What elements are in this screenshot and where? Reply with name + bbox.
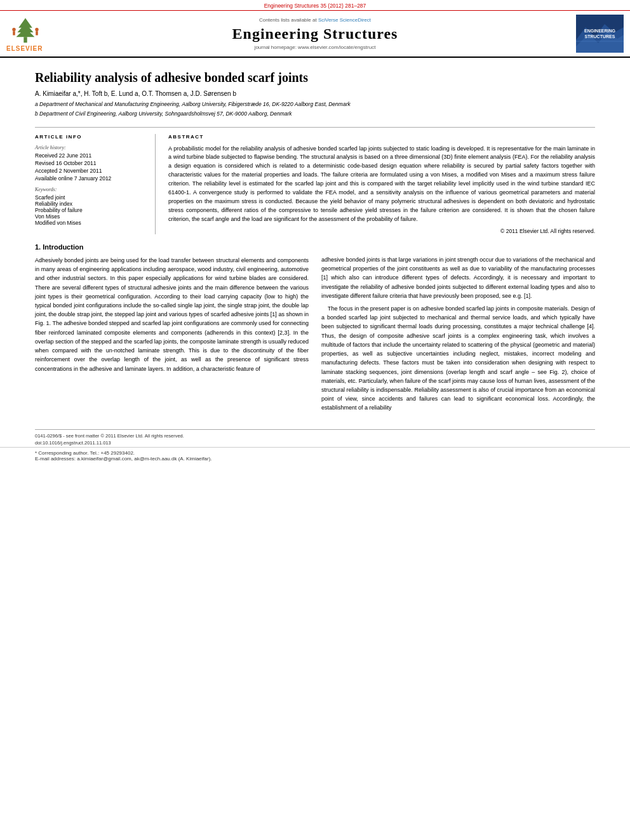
doi-text: doi:10.1016/j.engstruct.2011.11.013 (35, 440, 111, 446)
authors-text: A. Kimiaeifar a,*, H. Toft b, E. Lund a,… (35, 90, 236, 97)
sciverse-line: Contents lists available at SciVerse Sci… (70, 17, 560, 23)
logo-text: ENGINEERINGSTRUCTURES (584, 28, 615, 39)
available-date: Available online 7 January 2012 (35, 175, 147, 182)
journal-banner: ELSEVIER Contents lists available at Sci… (0, 11, 630, 58)
affiliation-b: b Department of Civil Engineering, Aalbo… (35, 110, 595, 118)
keyword-4: Von Mises (35, 213, 147, 220)
elsevier-logo: ELSEVIER (6, 15, 64, 52)
section1-heading: 1. Introduction (35, 243, 309, 251)
article-info-label: ARTICLE INFO (35, 134, 147, 140)
body-left-paragraph-1: Adhesively bonded joints are being used … (35, 256, 309, 373)
abstract-label: ABSTRACT (168, 134, 595, 140)
article-info-column: ARTICLE INFO Article history: Received 2… (35, 134, 156, 234)
footer-doi: doi:10.1016/j.engstruct.2011.11.013 (35, 440, 595, 446)
affiliations: a Department of Mechanical and Manufactu… (35, 100, 595, 118)
body-section: 1. Introduction Adhesively bonded joints… (35, 243, 595, 417)
email-addresses: a.kimiaeifar@gmail.com, ak@m-tech.aau.dk… (77, 456, 211, 462)
svg-point-6 (35, 28, 38, 31)
journal-banner-center: Contents lists available at SciVerse Sci… (70, 17, 560, 50)
journal-title-banner: Engineering Structures (70, 25, 560, 43)
journal-url: journal homepage: www.elsevier.com/locat… (70, 44, 560, 50)
keyword-3: Probability of failure (35, 207, 147, 213)
accepted-date: Accepted 2 November 2011 (35, 168, 147, 174)
authors-line: A. Kimiaeifar a,*, H. Toft b, E. Lund a,… (35, 90, 595, 97)
svg-rect-0 (23, 37, 27, 43)
affiliation-a: a Department of Mechanical and Manufactu… (35, 100, 595, 109)
svg-rect-7 (36, 31, 38, 35)
keywords-label: Keywords: (35, 187, 147, 192)
journal-logo-area: ENGINEERINGSTRUCTURES (566, 15, 624, 53)
revised-date: Revised 16 October 2011 (35, 160, 147, 166)
journal-citation-text: Engineering Structures 35 (2012) 281–287 (264, 3, 366, 9)
sciverse-link[interactable]: SciVerse ScienceDirect (318, 17, 371, 23)
main-content: Reliability analysis of adhesive bonded … (0, 58, 630, 423)
body-right-text: adhesive bonded joints is that large var… (321, 255, 595, 413)
svg-point-4 (12, 28, 15, 31)
elsevier-tree-icon (6, 15, 44, 44)
footnote-section: * Corresponding author. Tel.: +45 292934… (0, 447, 630, 464)
keyword-1: Scarfed joint (35, 194, 147, 201)
copyright-line: © 2011 Elsevier Ltd. All rights reserved… (168, 228, 595, 234)
engineering-structures-logo: ENGINEERINGSTRUCTURES (576, 15, 624, 53)
footer-license: 0141-0296/$ - see front matter © 2011 El… (35, 433, 595, 439)
body-col-left: 1. Introduction Adhesively bonded joints… (35, 243, 309, 417)
journal-citation-header: Engineering Structures 35 (2012) 281–287 (0, 0, 630, 11)
svg-rect-5 (13, 31, 15, 35)
received-date: Received 22 June 2011 (35, 152, 147, 159)
article-info-abstract-section: ARTICLE INFO Article history: Received 2… (35, 127, 595, 234)
elsevier-logo-area: ELSEVIER (6, 15, 64, 52)
keywords-list: Scarfed joint Reliability index Probabil… (35, 194, 147, 226)
abstract-text: A probabilistic model for the reliabilit… (168, 145, 595, 224)
keyword-2: Reliability index (35, 201, 147, 207)
body-left-text: Adhesively bonded joints are being used … (35, 256, 309, 373)
body-right-paragraph-1: adhesive bonded joints is that large var… (321, 255, 595, 300)
body-right-paragraph-2: The focus in the present paper is on adh… (321, 304, 595, 413)
page-footer: 0141-0296/$ - see front matter © 2011 El… (35, 429, 595, 446)
license-text: 0141-0296/$ - see front matter © 2011 El… (35, 433, 184, 439)
email-note: E-mail addresses: a.kimiaeifar@gmail.com… (35, 456, 595, 462)
article-title: Reliability analysis of adhesive bonded … (35, 70, 595, 85)
corresponding-author-text: * Corresponding author. Tel.: +45 292934… (35, 450, 135, 456)
corresponding-author-note: * Corresponding author. Tel.: +45 292934… (35, 450, 595, 456)
sciverse-prefix: Contents lists available at (259, 17, 317, 23)
body-col-right: adhesive bonded joints is that large var… (321, 243, 595, 417)
abstract-column: ABSTRACT A probabilistic model for the r… (168, 134, 595, 234)
history-label: Article history: (35, 145, 147, 150)
elsevier-wordmark: ELSEVIER (6, 45, 43, 52)
keyword-5: Modified von Mises (35, 220, 147, 226)
email-label: E-mail addresses: (35, 456, 76, 462)
